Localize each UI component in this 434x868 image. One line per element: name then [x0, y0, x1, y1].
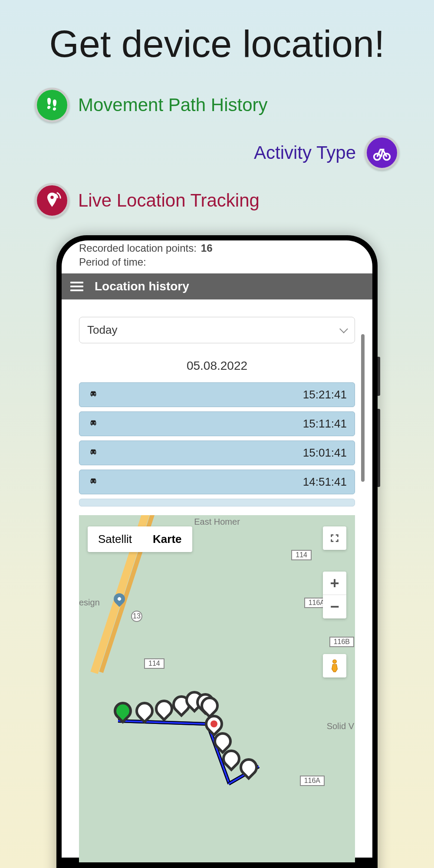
- phone-frame: 15:31 100 Recorded location p: [56, 235, 378, 868]
- app-title: Location history: [95, 279, 189, 293]
- map-place-label: esign: [79, 598, 100, 608]
- feature-activity: Activity Type: [35, 135, 399, 170]
- date-header: 05.08.2022: [79, 359, 355, 373]
- period-dropdown[interactable]: Today: [79, 317, 355, 343]
- list-item[interactable]: 15:01:41: [79, 441, 355, 465]
- phone-side-button: [378, 409, 380, 487]
- fullscreen-button[interactable]: [323, 526, 346, 550]
- phone-side-button: [378, 357, 380, 396]
- list-item[interactable]: 14:51:41: [79, 470, 355, 494]
- period-value: Today: [87, 323, 117, 337]
- features-list: Movement Path History Activity Type Live…: [0, 88, 434, 218]
- map-marker[interactable]: [222, 750, 240, 773]
- route-badge: 114: [144, 658, 164, 669]
- point-time: 15:01:41: [303, 446, 347, 460]
- map-type-satellite[interactable]: Satellit: [88, 526, 142, 552]
- car-icon: [87, 475, 99, 489]
- map-place-label: Solid V: [327, 721, 354, 731]
- car-icon: [87, 417, 99, 431]
- hamburger-menu-icon[interactable]: [70, 282, 83, 291]
- svg-point-0: [374, 154, 381, 160]
- streetview-pegman[interactable]: [323, 654, 346, 677]
- hero-title: Get device location!: [0, 0, 434, 66]
- zoom-in-button[interactable]: +: [323, 572, 346, 595]
- route-badge: 116B: [329, 637, 354, 647]
- feature-live-label: Live Location Tracking: [78, 190, 260, 211]
- recorded-points-text: Recorded location points:16: [62, 242, 372, 256]
- app-header: Location history: [62, 273, 372, 299]
- bicycle-icon: [365, 135, 399, 170]
- point-time: 14:51:41: [303, 475, 347, 489]
- car-icon: [87, 388, 99, 401]
- route-badge: 13: [131, 611, 142, 622]
- map-type-toggle: Satellit Karte: [88, 526, 192, 552]
- point-time: 15:21:41: [303, 388, 347, 401]
- route-badge: 116A: [300, 776, 325, 786]
- feature-activity-label: Activity Type: [254, 142, 356, 163]
- car-icon: [87, 446, 99, 460]
- map[interactable]: East Homer esign Solid V 114 114 116A 11…: [79, 515, 355, 862]
- svg-point-1: [384, 154, 390, 160]
- feature-movement: Movement Path History: [35, 88, 399, 122]
- route-badge: 114: [291, 550, 312, 560]
- points-list: 15:21:41 15:11:41 15:01:41 14:51:41: [79, 382, 355, 506]
- zoom-controls: + −: [323, 572, 346, 618]
- list-item[interactable]: 15:11:41: [79, 411, 355, 436]
- footprints-icon: [35, 88, 69, 122]
- map-place-label: East Homer: [194, 517, 240, 527]
- map-marker[interactable]: [135, 702, 154, 725]
- feature-movement-label: Movement Path History: [78, 95, 268, 115]
- list-item[interactable]: [79, 499, 355, 506]
- chevron-down-icon: [339, 325, 348, 333]
- feature-live: Live Location Tracking: [35, 183, 399, 218]
- period-label: Period of time:: [62, 256, 372, 273]
- scrollbar[interactable]: [361, 334, 365, 482]
- map-marker[interactable]: [240, 758, 258, 782]
- svg-point-7: [333, 660, 337, 664]
- map-type-map[interactable]: Karte: [142, 526, 192, 552]
- map-marker-start[interactable]: [114, 702, 132, 725]
- point-time: 15:11:41: [303, 417, 347, 431]
- list-item[interactable]: 15:21:41: [79, 382, 355, 407]
- map-marker[interactable]: [155, 700, 173, 723]
- live-location-icon: [35, 183, 69, 218]
- zoom-out-button[interactable]: −: [323, 595, 346, 618]
